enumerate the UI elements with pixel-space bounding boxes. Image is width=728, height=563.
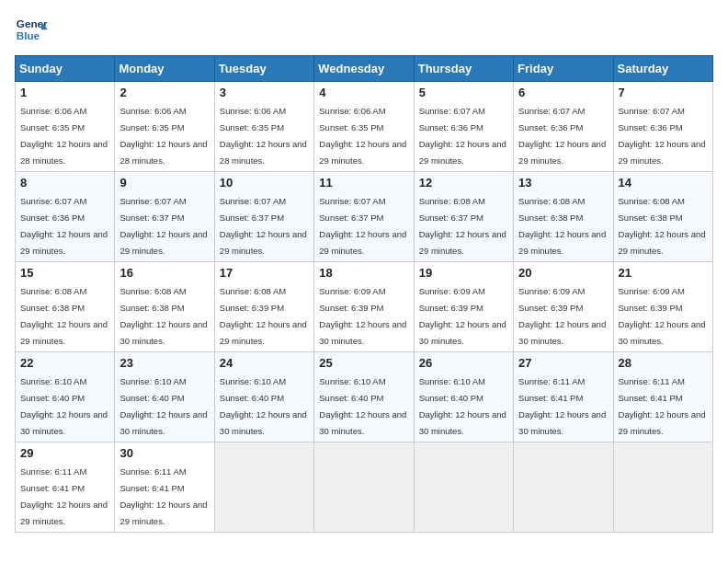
weekday-header-monday: Monday <box>115 56 214 82</box>
calendar-week-4: 22 Sunrise: 6:10 AMSunset: 6:40 PMDaylig… <box>16 352 713 442</box>
calendar-cell: 10 Sunrise: 6:07 AMSunset: 6:37 PMDaylig… <box>214 172 313 262</box>
day-info: Sunrise: 6:07 AMSunset: 6:36 PMDaylight:… <box>619 106 706 166</box>
calendar-week-5: 29 Sunrise: 6:11 AMSunset: 6:41 PMDaylig… <box>16 442 713 533</box>
svg-text:Blue: Blue <box>17 29 40 41</box>
day-info: Sunrise: 6:10 AMSunset: 6:40 PMDaylight:… <box>220 376 307 436</box>
day-info: Sunrise: 6:06 AMSunset: 6:35 PMDaylight:… <box>119 106 207 166</box>
calendar-cell: 29 Sunrise: 6:11 AMSunset: 6:41 PMDaylig… <box>16 442 115 533</box>
weekday-header-friday: Friday <box>514 56 613 82</box>
day-number: 6 <box>518 86 608 99</box>
calendar-cell: 12 Sunrise: 6:08 AMSunset: 6:37 PMDaylig… <box>414 172 513 262</box>
calendar-cell: 27 Sunrise: 6:11 AMSunset: 6:41 PMDaylig… <box>514 352 613 442</box>
calendar-cell: 23 Sunrise: 6:10 AMSunset: 6:40 PMDaylig… <box>115 352 214 442</box>
day-number: 12 <box>419 176 508 190</box>
calendar-cell <box>613 442 712 533</box>
day-number: 15 <box>20 266 109 280</box>
day-info: Sunrise: 6:09 AMSunset: 6:39 PMDaylight:… <box>619 286 706 346</box>
day-info: Sunrise: 6:11 AMSunset: 6:41 PMDaylight:… <box>119 466 207 526</box>
day-number: 16 <box>119 266 209 280</box>
calendar-cell: 19 Sunrise: 6:09 AMSunset: 6:39 PMDaylig… <box>414 262 513 352</box>
calendar-cell <box>514 442 613 533</box>
day-info: Sunrise: 6:07 AMSunset: 6:37 PMDaylight:… <box>319 196 406 256</box>
day-info: Sunrise: 6:07 AMSunset: 6:36 PMDaylight:… <box>20 196 108 256</box>
day-number: 7 <box>619 86 708 99</box>
day-number: 18 <box>319 266 408 280</box>
weekday-header-tuesday: Tuesday <box>214 56 313 82</box>
day-info: Sunrise: 6:07 AMSunset: 6:36 PMDaylight:… <box>419 106 506 166</box>
day-info: Sunrise: 6:07 AMSunset: 6:37 PMDaylight:… <box>220 196 307 256</box>
day-info: Sunrise: 6:07 AMSunset: 6:36 PMDaylight:… <box>518 106 606 166</box>
day-info: Sunrise: 6:08 AMSunset: 6:39 PMDaylight:… <box>220 286 307 346</box>
day-number: 2 <box>119 86 209 99</box>
day-number: 20 <box>518 266 608 280</box>
day-number: 17 <box>220 266 309 280</box>
day-info: Sunrise: 6:06 AMSunset: 6:35 PMDaylight:… <box>20 106 108 166</box>
day-info: Sunrise: 6:11 AMSunset: 6:41 PMDaylight:… <box>619 376 706 436</box>
calendar-cell <box>414 442 513 533</box>
day-info: Sunrise: 6:06 AMSunset: 6:35 PMDaylight:… <box>220 106 307 166</box>
day-info: Sunrise: 6:08 AMSunset: 6:37 PMDaylight:… <box>419 196 506 256</box>
day-number: 4 <box>319 86 408 99</box>
day-number: 22 <box>20 356 109 370</box>
calendar-cell: 18 Sunrise: 6:09 AMSunset: 6:39 PMDaylig… <box>314 262 414 352</box>
day-number: 26 <box>419 356 508 370</box>
day-info: Sunrise: 6:10 AMSunset: 6:40 PMDaylight:… <box>20 376 108 436</box>
day-number: 23 <box>119 356 209 370</box>
weekday-header-thursday: Thursday <box>414 56 513 82</box>
calendar-cell: 14 Sunrise: 6:08 AMSunset: 6:38 PMDaylig… <box>613 172 712 262</box>
calendar-week-2: 8 Sunrise: 6:07 AMSunset: 6:36 PMDayligh… <box>16 172 713 262</box>
day-number: 10 <box>220 176 309 190</box>
calendar-week-1: 1 Sunrise: 6:06 AMSunset: 6:35 PMDayligh… <box>16 82 713 172</box>
calendar-cell: 16 Sunrise: 6:08 AMSunset: 6:38 PMDaylig… <box>115 262 214 352</box>
calendar-cell: 22 Sunrise: 6:10 AMSunset: 6:40 PMDaylig… <box>16 352 115 442</box>
day-number: 21 <box>619 266 708 280</box>
calendar-cell: 30 Sunrise: 6:11 AMSunset: 6:41 PMDaylig… <box>115 442 214 533</box>
calendar-table: SundayMondayTuesdayWednesdayThursdayFrid… <box>15 55 713 533</box>
calendar-cell: 21 Sunrise: 6:09 AMSunset: 6:39 PMDaylig… <box>613 262 712 352</box>
calendar-cell: 4 Sunrise: 6:06 AMSunset: 6:35 PMDayligh… <box>314 82 414 172</box>
calendar-cell: 20 Sunrise: 6:09 AMSunset: 6:39 PMDaylig… <box>514 262 613 352</box>
calendar-cell: 13 Sunrise: 6:08 AMSunset: 6:38 PMDaylig… <box>514 172 613 262</box>
calendar-cell: 25 Sunrise: 6:10 AMSunset: 6:40 PMDaylig… <box>314 352 414 442</box>
calendar-cell: 26 Sunrise: 6:10 AMSunset: 6:40 PMDaylig… <box>414 352 513 442</box>
calendar-cell: 7 Sunrise: 6:07 AMSunset: 6:36 PMDayligh… <box>613 82 712 172</box>
calendar-cell: 5 Sunrise: 6:07 AMSunset: 6:36 PMDayligh… <box>414 82 513 172</box>
day-number: 3 <box>220 86 309 99</box>
logo: General Blue <box>15 15 48 48</box>
day-info: Sunrise: 6:07 AMSunset: 6:37 PMDaylight:… <box>119 196 207 256</box>
day-number: 28 <box>619 356 708 370</box>
page-header: General Blue <box>15 15 713 48</box>
day-info: Sunrise: 6:08 AMSunset: 6:38 PMDaylight:… <box>20 286 108 346</box>
weekday-header-saturday: Saturday <box>613 56 712 82</box>
day-number: 24 <box>220 356 309 370</box>
day-number: 11 <box>319 176 408 190</box>
day-info: Sunrise: 6:11 AMSunset: 6:41 PMDaylight:… <box>20 466 108 526</box>
calendar-cell: 3 Sunrise: 6:06 AMSunset: 6:35 PMDayligh… <box>214 82 313 172</box>
day-number: 29 <box>20 446 109 460</box>
day-info: Sunrise: 6:10 AMSunset: 6:40 PMDaylight:… <box>419 376 506 436</box>
weekday-header-sunday: Sunday <box>16 56 115 82</box>
day-info: Sunrise: 6:10 AMSunset: 6:40 PMDaylight:… <box>119 376 207 436</box>
day-number: 30 <box>119 446 209 460</box>
calendar-cell: 24 Sunrise: 6:10 AMSunset: 6:40 PMDaylig… <box>214 352 313 442</box>
day-info: Sunrise: 6:09 AMSunset: 6:39 PMDaylight:… <box>419 286 506 346</box>
day-number: 13 <box>518 176 608 190</box>
day-number: 27 <box>518 356 608 370</box>
calendar-cell: 28 Sunrise: 6:11 AMSunset: 6:41 PMDaylig… <box>613 352 712 442</box>
calendar-cell: 8 Sunrise: 6:07 AMSunset: 6:36 PMDayligh… <box>16 172 115 262</box>
day-number: 9 <box>119 176 209 190</box>
calendar-cell: 11 Sunrise: 6:07 AMSunset: 6:37 PMDaylig… <box>314 172 414 262</box>
calendar-cell: 17 Sunrise: 6:08 AMSunset: 6:39 PMDaylig… <box>214 262 313 352</box>
calendar-cell <box>314 442 414 533</box>
calendar-cell: 9 Sunrise: 6:07 AMSunset: 6:37 PMDayligh… <box>115 172 214 262</box>
day-number: 19 <box>419 266 508 280</box>
calendar-cell: 1 Sunrise: 6:06 AMSunset: 6:35 PMDayligh… <box>16 82 115 172</box>
day-info: Sunrise: 6:08 AMSunset: 6:38 PMDaylight:… <box>119 286 207 346</box>
day-number: 25 <box>319 356 408 370</box>
day-number: 1 <box>20 86 109 99</box>
day-number: 5 <box>419 86 508 99</box>
day-number: 14 <box>619 176 708 190</box>
calendar-week-3: 15 Sunrise: 6:08 AMSunset: 6:38 PMDaylig… <box>16 262 713 352</box>
calendar-cell: 15 Sunrise: 6:08 AMSunset: 6:38 PMDaylig… <box>16 262 115 352</box>
day-info: Sunrise: 6:09 AMSunset: 6:39 PMDaylight:… <box>319 286 406 346</box>
